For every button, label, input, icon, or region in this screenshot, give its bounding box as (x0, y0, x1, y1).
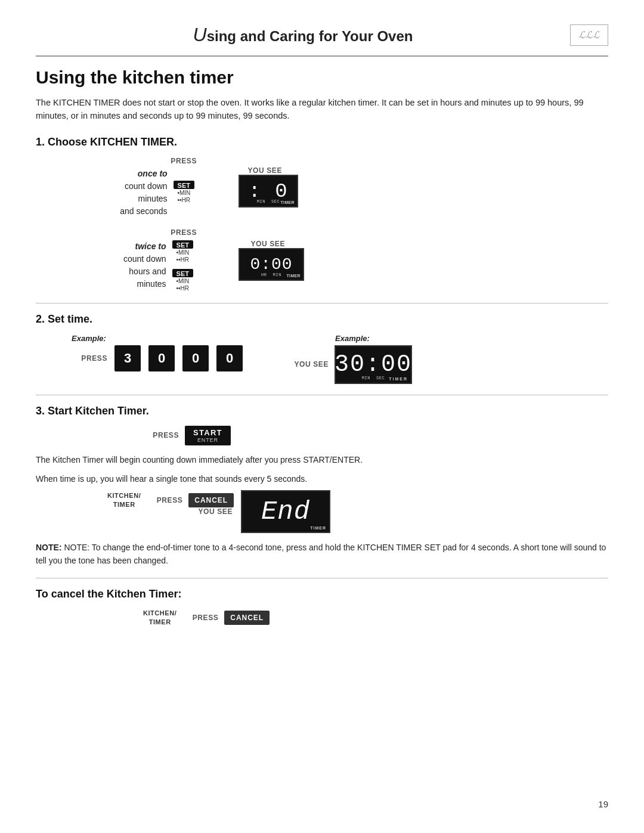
section2-press-label: PRESS (72, 354, 107, 363)
section2-heading: 2. Set time. (36, 313, 608, 326)
display-timer-3: TIMER (389, 377, 408, 381)
set-button-twice-group: SET •MIN ••HR SET •MIN ••HR (172, 239, 193, 292)
header-title: Using and Caring for Your Oven (193, 27, 413, 45)
note-text: NOTE: NOTE: To change the end-of-timer t… (36, 541, 608, 567)
intro-text: The KITCHEN TIMER does not start or stop… (36, 96, 608, 123)
divider-3 (36, 578, 608, 578)
section1: 1. Choose KITCHEN TIMER. PRESS once to c… (36, 136, 608, 292)
display-timer-2: TIMER (286, 274, 301, 278)
cancel-button-2[interactable]: CANCEL (224, 611, 270, 625)
press-twice-desc: twice to count down hours and minutes (123, 240, 166, 290)
num-key-3: 3 (114, 345, 141, 371)
page-number: 19 (598, 799, 608, 809)
set-button-once: SET •MIN ••HR (174, 181, 194, 204)
section4-heading: To cancel the Kitchen Timer: (36, 588, 608, 600)
section3-you-see: YOU SEE (197, 507, 233, 516)
body-text-2: When time is up, you will hear a single … (36, 473, 608, 486)
section2: 2. Set time. Example: PRESS 3 0 0 0 Exam… (36, 313, 608, 384)
display-timer-1: TIMER (280, 200, 295, 205)
start-button: START ENTER (185, 426, 231, 445)
set-button-1: SET •MIN ••HR (172, 239, 193, 264)
display-screen-1: : 0 MINSEC TIMER (239, 175, 298, 208)
section3: 3. Start Kitchen Timer. PRESS START ENTE… (36, 405, 608, 567)
section3-press2: PRESS (147, 496, 182, 504)
display-screen-3: 30:00 MINSEC TIMER (335, 345, 412, 384)
header-divider (36, 55, 608, 57)
page-header: Using and Caring for Your Oven ℒℒℒ (36, 24, 608, 49)
display-timer-end: TIMER (310, 526, 326, 530)
num-key-0a: 0 (148, 345, 175, 371)
cancel-button-1[interactable]: CANCEL (188, 493, 234, 507)
divider-2 (36, 395, 608, 395)
display-screen-end: End TIMER (241, 490, 330, 533)
divider-1 (36, 303, 608, 304)
section3-heading: 3. Start Kitchen Timer. (36, 405, 608, 417)
press-once-desc: once to count down minutes and seconds (120, 168, 167, 218)
example-press-label: Example: (72, 334, 245, 343)
header-logo: ℒℒℒ (570, 24, 608, 46)
body-text-1: The Kitchen Timer will begin counting do… (36, 454, 608, 467)
set-button-2: SET •MIN ••HR (172, 268, 193, 292)
page-title: Using the kitchen timer (36, 67, 608, 88)
num-key-0c: 0 (216, 345, 243, 371)
kitchen-timer-label-1: KITCHEN/TIMER (107, 491, 141, 509)
you-see-label-2: YOU SEE (249, 240, 285, 248)
section4-press: PRESS (182, 614, 218, 622)
example-you-see-label: Example: (335, 334, 370, 343)
display-screen-2: 0:00 HRMIN TIMER (239, 248, 304, 281)
press-label-2: PRESS (161, 228, 197, 237)
you-see-label-1: YOU SEE (246, 166, 282, 175)
press-label-1: PRESS (161, 157, 197, 165)
set-button-label: SET (174, 181, 194, 189)
section3-press-label: PRESS (143, 431, 179, 439)
num-key-0b: 0 (182, 345, 209, 371)
kitchen-timer-label-2: KITCHEN/TIMER (143, 609, 177, 626)
section4: To cancel the Kitchen Timer: KITCHEN/TIM… (36, 588, 608, 626)
section1-heading: 1. Choose KITCHEN TIMER. (36, 136, 608, 148)
section2-you-see: YOU SEE (293, 360, 329, 368)
